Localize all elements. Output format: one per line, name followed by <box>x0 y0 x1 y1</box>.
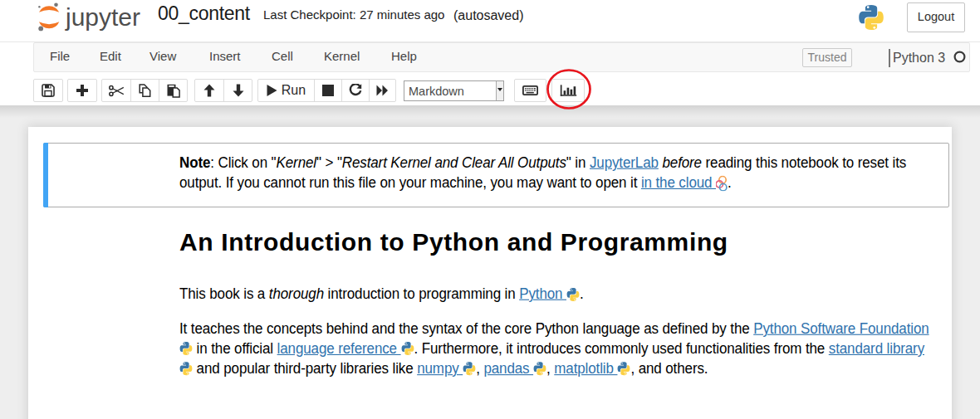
svg-text:jupyter: jupyter <box>65 3 140 31</box>
